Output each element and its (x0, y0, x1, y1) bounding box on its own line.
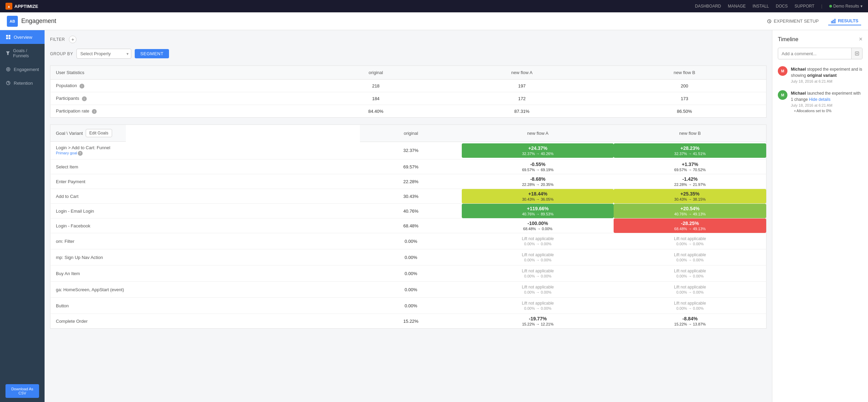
download-csv-button[interactable]: Download As CSV (5, 384, 39, 398)
select-property-wrapper[interactable]: Select Property (76, 49, 131, 59)
header-right: EXPERIMENT SETUP RESULTS (764, 17, 861, 25)
timeline-event-2: M Michael launched the experiment with 1… (778, 90, 863, 113)
goals-col-header-original: original (360, 125, 462, 142)
nav-dashboard[interactable]: DASHBOARD (695, 4, 721, 9)
sidebar-item-overview[interactable]: Overview (0, 30, 45, 44)
experiment-setup-icon (767, 19, 772, 24)
event-author-1: Michael (791, 67, 806, 72)
nav-left: ▲ APPTIMIZE (5, 3, 38, 10)
goal-new-flow-a-cell: -0.55%69.57% → 69.19% (462, 159, 614, 174)
stats-population-label: Population i (50, 80, 311, 92)
lift-value-b: -28.25% (617, 221, 763, 226)
comment-input[interactable] (778, 48, 851, 59)
goal-new-flow-a-cell: -19.77%15.22% → 12.21% (462, 314, 614, 329)
goal-new-flow-a-cell: Lift not applicable0.00% → 0.00% (462, 298, 614, 314)
svg-marker-10 (6, 51, 10, 55)
goal-name-cell: Login > Add to Cart: FunnelPrimary goal? (50, 142, 360, 159)
nav-docs[interactable]: DOCS (776, 4, 788, 9)
goal-original-cell: 0.00% (360, 282, 462, 298)
lift-range-b: 22.28% → 21.97% (617, 182, 763, 187)
page-title: Engagement (21, 17, 56, 25)
header-left: AB Engagement (7, 16, 56, 27)
nav-install[interactable]: INSTALL (752, 4, 769, 9)
goal-new-flow-a-cell: -8.68%22.28% → 20.35% (462, 174, 614, 189)
lift-not-applicable: Lift not applicable (674, 285, 706, 289)
lift-not-applicable: Lift not applicable (674, 236, 706, 241)
goal-original-cell: 40.76% (360, 204, 462, 218)
timeline-header: Timeline × (778, 36, 863, 43)
goal-original-cell: 15.22% (360, 314, 462, 329)
sidebar-item-retention[interactable]: Retention (0, 76, 45, 90)
retention-icon (5, 80, 11, 86)
event-content-1: Michael stopped the experiment and is sh… (791, 66, 863, 83)
goal-name-cell: Login - Facebook (50, 218, 360, 233)
lift-value-b: -8.84% (617, 316, 763, 321)
sidebar-overview-label: Overview (14, 35, 32, 40)
participation-rate-info-icon[interactable]: i (92, 109, 97, 114)
lift-value-b: +1.37% (617, 162, 763, 167)
svg-rect-3 (831, 21, 832, 23)
select-property-dropdown[interactable]: Select Property (76, 49, 131, 59)
svg-rect-7 (9, 35, 10, 37)
goal-new-flow-b-cell: Lift not applicable0.00% → 0.00% (614, 233, 766, 249)
population-info-icon[interactable]: i (80, 84, 84, 88)
goal-new-flow-b-cell: Lift not applicable0.00% → 0.00% (614, 265, 766, 282)
sidebar-retention-label: Retention (14, 81, 33, 86)
lift-value-a: -8.68% (465, 176, 610, 182)
timeline-close-button[interactable]: × (859, 36, 863, 43)
goal-original-cell: 69.57% (360, 159, 462, 174)
goal-original-cell: 0.00% (360, 233, 462, 249)
stats-participation-rate-new-flow-a: 87.31% (441, 105, 603, 118)
lift-value-b: -1.42% (617, 176, 763, 182)
goal-new-flow-b-cell: Lift not applicable0.00% → 0.00% (614, 249, 766, 265)
demo-results[interactable]: Demo Results ▾ (829, 4, 863, 9)
lift-not-applicable: Lift not applicable (522, 269, 554, 273)
primary-goal-info-icon[interactable]: ? (78, 151, 83, 156)
stats-participation-rate-new-flow-b: 86.50% (603, 105, 766, 118)
sidebar-item-engagement[interactable]: Engagement (0, 62, 45, 76)
goal-new-flow-b-cell: +25.35%30.43% → 38.15% (614, 189, 766, 204)
app-logo[interactable]: ▲ APPTIMIZE (5, 3, 38, 10)
goals-table-row: om: Filter0.00%Lift not applicable0.00% … (50, 233, 767, 249)
goal-new-flow-b-cell: Lift not applicable0.00% → 0.00% (614, 282, 766, 298)
goal-new-flow-a-cell: +24.37%32.37% → 40.26% (462, 142, 614, 159)
goal-name-cell: om: Filter (50, 233, 360, 249)
results-btn[interactable]: RESULTS (828, 17, 861, 25)
hide-details-link[interactable]: Hide details (809, 97, 831, 102)
goals-table-row: Complete Order15.22%-19.77%15.22% → 12.2… (50, 314, 767, 329)
goal-original-cell: 0.00% (360, 249, 462, 265)
lift-range-b: 69.57% → 70.52% (617, 168, 763, 172)
lift-range-a: 30.43% → 36.05% (465, 197, 610, 201)
group-by-bar: GROUP BY Select Property SEGMENT (50, 49, 767, 59)
event-avatar-1: M (778, 66, 787, 76)
filter-add-button[interactable]: + (69, 36, 76, 43)
edit-goals-button[interactable]: Edit Goals (86, 129, 112, 137)
event-text-2: Michael launched the experiment with 1 c… (791, 90, 863, 103)
stats-col-header-label: User Statistics (50, 66, 311, 80)
stats-participants-new-flow-b: 173 (603, 92, 766, 105)
lift-range-a: 32.37% → 40.26% (465, 152, 610, 156)
lift-not-applicable: Lift not applicable (522, 285, 554, 289)
lift-range-a: 69.57% → 69.19% (465, 168, 610, 172)
lift-value-a: +119.66% (465, 206, 610, 211)
lift-value-b: +25.35% (617, 191, 763, 197)
segment-button[interactable]: SEGMENT (135, 49, 169, 58)
goals-table-row: Add to Cart30.43%+18.44%30.43% → 36.05%+… (50, 189, 767, 204)
goal-name-cell: Complete Order (50, 314, 360, 329)
goal-name: Add to Cart (56, 194, 79, 199)
nav-manage[interactable]: MANAGE (728, 4, 746, 9)
goals-table-row: Login - Email Login40.76%+119.66%40.76% … (50, 204, 767, 218)
participants-info-icon[interactable]: i (82, 96, 87, 101)
goal-new-flow-b-cell: -8.84%15.22% → 13.87% (614, 314, 766, 329)
sidebar-bottom: Download As CSV (0, 380, 45, 402)
goal-new-flow-b-cell: Lift not applicable0.00% → 0.00% (614, 298, 766, 314)
header-bar: AB Engagement EXPERIMENT SETUP RESULTS (0, 12, 868, 30)
nav-support[interactable]: SUPPORT (795, 4, 815, 9)
goal-name-cell: Enter Payment (50, 174, 360, 189)
nav-divider: | (821, 4, 822, 9)
sidebar-item-goals-funnels[interactable]: Goals / Funnels (0, 44, 45, 62)
lift-range-a: 68.48% → 0.00% (465, 227, 610, 231)
stats-participation-rate-original: 84.40% (311, 105, 441, 118)
experiment-setup-btn[interactable]: EXPERIMENT SETUP (764, 17, 821, 25)
comment-send-button[interactable] (851, 48, 862, 59)
